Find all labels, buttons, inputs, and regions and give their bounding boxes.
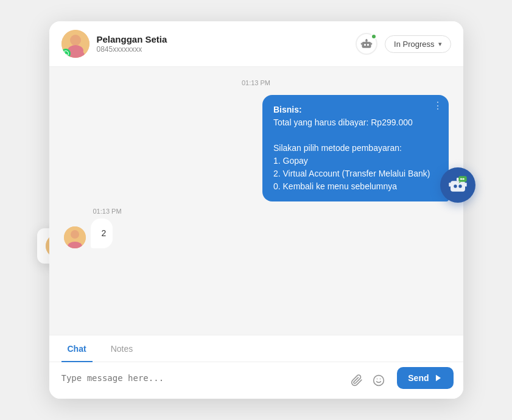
chat-header: Pelanggan Setia 0845xxxxxxxx	[49, 21, 463, 67]
svg-point-18	[374, 376, 384, 386]
messages-area: 01:13 PM ⋮ Bisnis: Total yang harus diba…	[49, 67, 463, 335]
svg-point-10	[367, 44, 369, 46]
svg-point-24	[458, 184, 461, 187]
send-label: Send	[408, 373, 429, 383]
contact-info: Pelanggan Setia 0845xxxxxxxx	[97, 34, 349, 54]
contact-phone: 0845xxxxxxxx	[97, 45, 349, 54]
incoming-avatar	[64, 226, 86, 248]
chat-window: Pelanggan Setia 0845xxxxxxxx	[49, 21, 463, 399]
emoji-button[interactable]	[370, 372, 387, 389]
svg-rect-22	[451, 181, 465, 191]
svg-rect-8	[362, 42, 371, 48]
message-bubble-outgoing: ⋮ Bisnis: Total yang harus dibayar: Rp29…	[262, 95, 449, 201]
contact-name: Pelanggan Setia	[97, 34, 349, 44]
message-bubble-incoming: 2	[91, 219, 113, 248]
online-indicator	[371, 33, 377, 40]
svg-point-12	[366, 39, 368, 41]
message-content: Bisnis: Total yang harus dibayar: Rp299.…	[273, 103, 438, 193]
svg-rect-14	[371, 43, 373, 44]
header-actions: In Progress ▾	[356, 33, 451, 55]
timestamp-2: 01:13 PM	[93, 208, 122, 215]
message-line-4: 1. Gopay	[273, 155, 430, 167]
svg-marker-21	[435, 375, 440, 382]
send-icon	[434, 374, 443, 382]
bot-fab-button[interactable]	[440, 167, 475, 203]
attachment-button[interactable]	[348, 372, 365, 389]
svg-point-9	[364, 44, 366, 46]
input-row: Send	[49, 362, 463, 399]
svg-rect-26	[449, 183, 451, 187]
status-dropdown[interactable]: In Progress ▾	[385, 35, 451, 53]
incoming-message-row: 01:13 PM 2	[64, 208, 449, 248]
message-line-6: 0. Kembali ke menu sebelumnya	[273, 180, 430, 193]
contact-avatar	[61, 30, 89, 58]
bot-status-icon	[356, 33, 377, 55]
chevron-down-icon: ▾	[438, 40, 442, 48]
svg-rect-13	[361, 43, 362, 44]
message-line-5: 2. Virtual Account (Transfer Melalui Ban…	[273, 167, 430, 180]
message-line-3: Silakan pilih metode pembayaran:	[273, 142, 430, 155]
message-input[interactable]	[61, 368, 344, 393]
svg-point-16	[71, 230, 79, 239]
send-button[interactable]: Send	[397, 367, 453, 389]
tab-chat[interactable]: Chat	[61, 335, 93, 362]
whatsapp-badge	[61, 49, 71, 58]
tab-notes[interactable]: Notes	[105, 335, 139, 362]
svg-point-5	[70, 35, 81, 46]
message-menu-icon[interactable]: ⋮	[433, 101, 443, 111]
message-line-2: Total yang harus dibayar: Rp299.000	[273, 116, 430, 129]
reply-area: Chat Notes	[49, 335, 463, 399]
svg-rect-31	[460, 178, 465, 180]
timestamp-1: 01:13 PM	[64, 79, 449, 86]
tabs-bar: Chat Notes	[49, 335, 463, 362]
svg-rect-27	[465, 183, 467, 187]
status-label: In Progress	[394, 40, 434, 49]
svg-point-23	[454, 184, 457, 187]
message-line-1: Bisnis:	[273, 103, 430, 116]
message-row: ⋮ Bisnis: Total yang harus dibayar: Rp29…	[64, 95, 449, 201]
